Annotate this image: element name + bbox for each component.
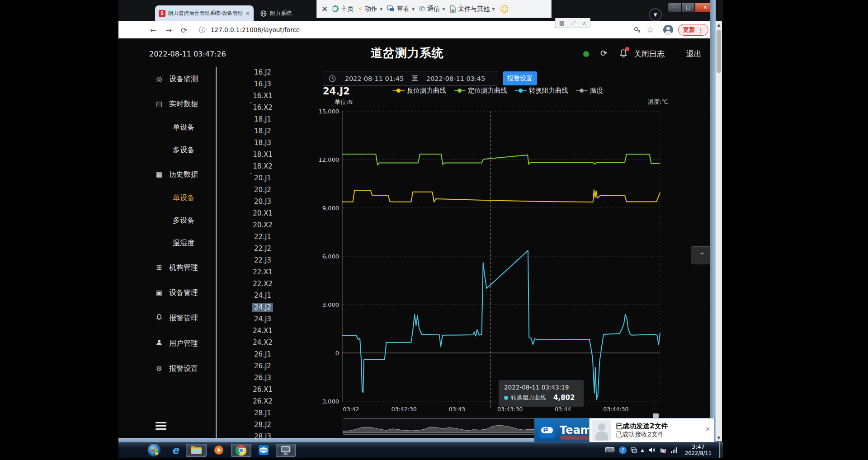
sidebar-item-1[interactable]: ◎设备监测 <box>118 71 216 87</box>
taskbar-remote-app-icon[interactable] <box>276 444 296 457</box>
legend-item[interactable]: 反位测力曲线 <box>393 86 446 95</box>
scroll-up-arrow[interactable]: ▲ <box>716 21 722 28</box>
device-list-item[interactable]: 20.J1 <box>217 172 308 184</box>
taskbar-explorer-icon[interactable] <box>186 444 207 457</box>
sidebar-item-13[interactable]: ⚙报警设置 <box>118 361 216 376</box>
sidebar-item-2[interactable]: ▤实时数据⌃ <box>118 96 216 112</box>
device-list-item[interactable]: 22.X1 <box>217 266 308 278</box>
sidebar-item-7[interactable]: 多设备 <box>118 213 216 228</box>
browser-tab-force[interactable]: 阻力系统 <box>256 5 307 21</box>
start-button[interactable] <box>143 444 165 457</box>
tab-close-icon[interactable]: ✕ <box>245 10 250 17</box>
time-range-picker[interactable]: 2022-08-11 01:45 至 2022-08-11 03:45 <box>323 71 498 86</box>
device-list-item[interactable]: 26.J2 <box>217 360 308 372</box>
scroll-down-arrow[interactable]: ▼ <box>716 434 722 441</box>
device-list-item[interactable]: 24.X2 <box>217 337 308 348</box>
device-list-item[interactable]: 20.X1 <box>217 207 308 219</box>
profile-avatar[interactable] <box>663 25 673 35</box>
alarm-settings-button[interactable]: 报警设置 <box>503 71 537 85</box>
time-to-input[interactable]: 2022-08-11 03:45 <box>422 75 490 82</box>
hamburger-menu-icon[interactable] <box>156 422 166 431</box>
device-list-item[interactable]: 18.X1 <box>217 149 308 160</box>
sidebar-item-10[interactable]: ▣设备管理 <box>118 285 216 300</box>
key-icon[interactable] <box>633 25 642 34</box>
close-log-button[interactable]: 关闭日志 <box>634 49 665 59</box>
tv-menu-动作[interactable]: ⚡动作▼ <box>358 5 382 13</box>
device-list-item[interactable]: 16.X1 <box>217 90 308 102</box>
menu-dots-icon[interactable]: ⋮ <box>698 27 703 33</box>
url-bar[interactable]: 127.0.0.1:21008/layout/force <box>211 26 300 33</box>
device-list-item[interactable]: 28.J2 <box>217 419 308 431</box>
taskbar-media-icon[interactable] <box>209 444 228 457</box>
chrome-update-button[interactable]: 更新 ⋮ <box>678 24 708 36</box>
device-list-item[interactable]: 24.J2 <box>217 301 308 313</box>
tv-menu-查看[interactable]: 查看▼ <box>387 5 415 13</box>
device-list-item[interactable]: 28.J1 <box>217 407 308 419</box>
maximize-button[interactable]: ▢ <box>681 3 695 12</box>
feedback-smiley-icon[interactable]: ☺ <box>500 4 509 14</box>
refresh-icon[interactable]: ⟳ <box>600 48 607 58</box>
sidebar-item-5[interactable]: ▦历史数据⌃ <box>118 167 216 182</box>
tv-close-icon[interactable]: ✕ <box>321 5 328 14</box>
page-scrollbar[interactable] <box>716 21 722 441</box>
device-list-item[interactable]: 18.J1 <box>217 113 308 125</box>
sidebar-item-4[interactable]: 多设备 <box>118 142 216 158</box>
notification-close-icon[interactable]: ✕ <box>705 426 710 432</box>
force-chart[interactable]: 15,00012,0009,0006,0003,0000-3,00003:420… <box>316 104 716 417</box>
device-list-item[interactable]: 26.X2 <box>217 395 308 407</box>
file-transfer-notification[interactable]: 已成功发送2文件 已成功接收2文件 ✕ <box>589 418 715 442</box>
sidebar-item-3[interactable]: 单设备 <box>118 120 216 135</box>
device-list-item[interactable]: 24.J3 <box>217 313 308 325</box>
sidebar-item-12[interactable]: 用户管理 <box>118 336 216 351</box>
minimap-handle[interactable] <box>653 413 659 418</box>
device-list-item[interactable]: 24.X1 <box>217 325 308 337</box>
teamviewer-mini-controls[interactable]: ▦ ⤢ ∧ <box>555 18 590 28</box>
grid-handle-icon[interactable]: ▦ <box>559 20 564 26</box>
device-list-item[interactable]: 16.J2 <box>217 66 308 78</box>
device-list-item[interactable]: 20.J3 <box>217 196 308 207</box>
back-icon[interactable]: ← <box>150 26 156 35</box>
device-list-item[interactable]: 22.J3 <box>217 254 308 266</box>
tv-menu-文件与其他[interactable]: 文件与其他▼ <box>449 5 495 13</box>
legend-item[interactable]: 温度 <box>576 86 603 95</box>
window-tray-icon[interactable] <box>631 447 637 453</box>
tray-expand-icon[interactable]: ▲ <box>641 448 644 452</box>
legend-item[interactable]: 定位测力曲线 <box>454 86 507 95</box>
logout-button[interactable]: 退出 <box>686 49 702 59</box>
reload-icon[interactable]: ⟳ <box>181 26 187 35</box>
volume-icon[interactable] <box>648 447 656 453</box>
show-desktop-button[interactable] <box>719 442 723 458</box>
taskbar-teamviewer-icon[interactable] <box>254 444 273 457</box>
device-list-item[interactable]: 24.J1 <box>217 290 308 301</box>
device-list-item[interactable]: 20.J2 <box>217 184 308 196</box>
tv-menu-主页[interactable]: 主页 <box>332 5 354 13</box>
taskbar-ie-icon[interactable]: e <box>168 444 183 457</box>
device-list-item[interactable]: 26.J3 <box>217 372 308 384</box>
device-list-item[interactable]: 20.X2 <box>217 219 308 231</box>
sidebar-item-6[interactable]: 单设备 <box>118 190 216 206</box>
sidebar-item-11[interactable]: 报警管理 <box>118 310 216 326</box>
sidebar-scrollbar[interactable] <box>216 67 217 441</box>
device-list-item[interactable]: 26.J1 <box>217 348 308 360</box>
scrollbar-thumb[interactable] <box>717 30 721 73</box>
device-list-item[interactable]: 18.J3 <box>217 137 308 149</box>
device-list-item[interactable]: 16.X2 <box>217 102 308 113</box>
bell-icon[interactable] <box>619 49 627 60</box>
tv-collapse-circle[interactable]: ▼ <box>649 8 662 21</box>
device-list-item[interactable]: 22.J1 <box>217 231 308 243</box>
taskbar-clock[interactable]: 3:47 2022/8/11 <box>685 444 712 456</box>
device-list-item[interactable]: 22.J2 <box>217 243 308 254</box>
keyboard-icon[interactable]: ⌨ <box>605 446 615 454</box>
network-icon[interactable] <box>660 447 667 453</box>
device-list-item[interactable]: 16.J3 <box>217 78 308 90</box>
device-list-item[interactable]: 18.X2 <box>217 160 308 172</box>
fullscreen-icon[interactable]: ⤢ <box>571 20 576 26</box>
device-list-item[interactable]: 28.J3 <box>217 431 308 442</box>
signal-bars-icon[interactable] <box>671 447 678 453</box>
device-list-item[interactable]: 22.X2 <box>217 278 308 290</box>
taskbar-chrome-icon[interactable] <box>231 444 251 457</box>
time-from-input[interactable]: 2022-08-11 01:45 <box>340 75 408 82</box>
sidebar-item-9[interactable]: ⊞机构管理 <box>118 260 216 275</box>
bookmark-star-icon[interactable]: ☆ <box>646 25 654 34</box>
sidebar-item-8[interactable]: 温湿度 <box>118 235 216 251</box>
